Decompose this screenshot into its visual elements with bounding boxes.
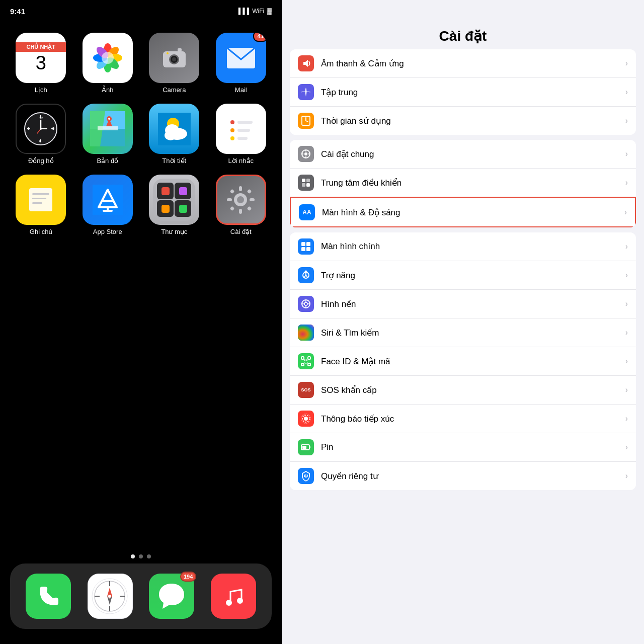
homescreen-chevron: ›	[625, 242, 628, 251]
settings-row-sound[interactable]: Âm thanh & Cảm ứng ›	[290, 49, 636, 78]
screentime-chevron: ›	[625, 116, 628, 125]
svg-rect-118	[302, 446, 306, 449]
settings-row-screentime[interactable]: Thời gian sử dụng ›	[290, 107, 636, 135]
svg-rect-53	[32, 202, 42, 204]
wallpaper-chevron: ›	[625, 299, 628, 308]
notes-label: Ghi chú	[30, 228, 52, 235]
display-icon-text: AA	[302, 209, 311, 216]
svg-point-102	[304, 302, 307, 305]
faceid-svg	[300, 356, 311, 367]
dock-music[interactable]	[211, 574, 256, 619]
control-label: Trung tâm điều khiển	[321, 178, 625, 188]
app-reminders[interactable]: Lời nhắc	[210, 104, 272, 165]
app-weather[interactable]: Thời tiết	[143, 104, 205, 165]
svg-line-100	[306, 275, 308, 278]
settings-row-general[interactable]: Cài đặt chung ›	[290, 140, 636, 169]
svg-text:3: 3	[52, 127, 54, 130]
general-icon	[298, 146, 314, 162]
sos-label: SOS khẩn cấp	[321, 385, 625, 395]
exposure-icon	[298, 411, 314, 427]
accessibility-icon	[298, 267, 314, 283]
settings-row-focus[interactable]: Tập trung ›	[290, 78, 636, 107]
focus-label: Tập trung	[321, 87, 625, 98]
app-camera[interactable]: Camera	[143, 33, 205, 94]
settings-row-faceid[interactable]: Face ID & Mật mã ›	[290, 347, 636, 376]
maps-svg	[90, 111, 125, 146]
camera-label: Camera	[163, 86, 186, 94]
control-svg	[300, 177, 311, 188]
settings-row-exposure[interactable]: Thông báo tiếp xúc ›	[290, 405, 636, 433]
sound-svg	[300, 58, 311, 69]
app-calendar[interactable]: CHỦ NHẬT 3 Lịch	[10, 33, 72, 94]
notes-icon	[16, 175, 66, 225]
svg-point-77	[226, 600, 232, 606]
calendar-icon: CHỦ NHẬT 3	[16, 33, 66, 83]
wallpaper-svg	[300, 298, 311, 309]
svg-rect-88	[302, 179, 305, 182]
camera-app-icon	[149, 33, 199, 83]
sos-text: SOS	[301, 387, 310, 392]
faceid-icon	[298, 353, 314, 369]
settings-row-homescreen[interactable]: Màn hình chính ›	[290, 232, 636, 261]
settings-row-control[interactable]: Trung tâm điều khiển ›	[290, 169, 636, 197]
messages-badge: 194	[180, 572, 196, 582]
app-notes[interactable]: Ghi chú	[10, 175, 72, 235]
mail-label: Mail	[235, 86, 247, 94]
camera-svg	[160, 44, 188, 72]
app-appstore[interactable]: App Store	[77, 175, 139, 235]
privacy-chevron: ›	[625, 471, 628, 480]
battery-icon: ▓	[267, 8, 272, 15]
screentime-label: Thời gian sử dụng	[321, 116, 625, 126]
dock-safari[interactable]	[88, 574, 133, 619]
settings-row-siri[interactable]: Siri & Tìm kiếm ›	[290, 318, 636, 347]
dock-messages[interactable]: 194	[149, 574, 194, 619]
svg-rect-92	[301, 242, 305, 246]
svg-point-59	[237, 196, 244, 203]
settings-row-accessibility[interactable]: Trợ năng ›	[290, 261, 636, 290]
app-clock[interactable]: 12 6 9 3 Đồng hồ	[10, 104, 72, 165]
svg-rect-48	[237, 137, 248, 140]
svg-point-47	[230, 136, 234, 140]
safari-icon	[88, 574, 133, 619]
focus-chevron: ›	[625, 88, 628, 97]
svg-rect-44	[237, 121, 253, 124]
svg-point-13	[172, 57, 176, 61]
control-icon	[298, 175, 314, 191]
clock-label: Đồng hồ	[28, 157, 54, 165]
music-svg	[219, 583, 247, 610]
phone-svg	[35, 583, 62, 610]
svg-rect-50	[29, 188, 52, 211]
svg-text:12: 12	[39, 116, 43, 120]
wallpaper-icon	[298, 296, 314, 312]
app-photos[interactable]: Ảnh	[77, 33, 139, 94]
sound-icon	[298, 55, 314, 71]
screentime-svg	[300, 115, 311, 126]
settings-row-display[interactable]: AA Màn hình & Độ sáng ›	[290, 197, 636, 227]
app-maps[interactable]: Bản đồ	[77, 104, 139, 165]
app-settings[interactable]: Cài đặt	[210, 175, 272, 235]
settings-row-privacy[interactable]: Quyền riêng tư ›	[290, 462, 636, 490]
app-mail[interactable]: 41 Mail	[210, 33, 272, 94]
battery-chevron: ›	[625, 443, 628, 452]
siri-label: Siri & Tìm kiếm	[321, 328, 625, 338]
privacy-icon	[298, 468, 314, 484]
weather-label: Thời tiết	[162, 157, 186, 165]
svg-rect-109	[301, 363, 304, 366]
svg-point-45	[230, 128, 234, 132]
svg-rect-33	[98, 126, 118, 130]
settings-row-battery[interactable]: Pin ›	[290, 433, 636, 462]
settings-list: Âm thanh & Cảm ứng › Tập trung ›	[282, 49, 644, 644]
signal-icon: ▐▐▐	[236, 8, 250, 15]
dock-phone[interactable]	[26, 574, 71, 619]
siri-chevron: ›	[625, 328, 628, 337]
privacy-svg	[300, 470, 311, 481]
exposure-svg	[300, 413, 311, 424]
privacy-label: Quyền riêng tư	[321, 471, 625, 481]
weather-icon	[149, 104, 199, 154]
settings-row-sos[interactable]: SOS SOS khẩn cấp ›	[290, 376, 636, 405]
settings-row-wallpaper[interactable]: Hình nền ›	[290, 290, 636, 318]
focus-svg	[300, 87, 311, 98]
maps-icon	[83, 104, 133, 154]
app-folder[interactable]: Thư mục	[143, 175, 205, 235]
photos-svg	[90, 40, 125, 75]
